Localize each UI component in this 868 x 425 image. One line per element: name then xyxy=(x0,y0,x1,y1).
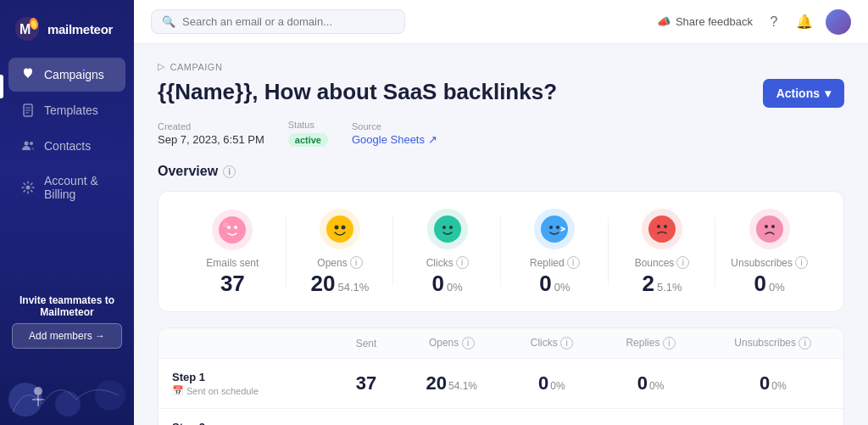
col-sent: Sent xyxy=(334,328,399,359)
emoji-svg-clicks xyxy=(432,214,463,244)
overview-title: Overview i xyxy=(158,164,844,179)
sidebar-item-account-billing[interactable]: Account & Billing xyxy=(8,165,125,210)
col-opens: Opens i xyxy=(398,328,504,359)
sidebar-item-contacts[interactable]: Contacts xyxy=(8,129,125,163)
svg-point-20 xyxy=(234,226,237,229)
opens-value: 20 54.1% xyxy=(311,272,370,294)
question-icon[interactable]: ? xyxy=(765,13,783,31)
search-icon: 🔍 xyxy=(162,15,175,28)
step1-sub: 📅 Sent on schedule xyxy=(172,385,320,396)
opens-emoji xyxy=(320,209,360,249)
svg-text:M: M xyxy=(19,22,31,36)
stat-replied: Replied i 0 0% xyxy=(501,209,609,294)
table-header-row: Sent Opens i Clicks i Replies i xyxy=(159,328,843,359)
rocket-icon xyxy=(20,67,36,82)
avatar[interactable] xyxy=(826,9,851,35)
step1-clicks-cell: 0 0% xyxy=(504,359,598,409)
stat-unsubscribes: Unsubscribes i 0 0% xyxy=(715,209,823,294)
svg-point-31 xyxy=(648,215,676,243)
svg-point-36 xyxy=(771,225,775,228)
sidebar-item-templates-label: Templates xyxy=(44,103,98,117)
svg-point-11 xyxy=(26,186,31,190)
search-input[interactable] xyxy=(182,15,394,28)
created-label: Created xyxy=(158,121,264,131)
clicks-value: 0 0% xyxy=(432,272,463,294)
illustration-svg xyxy=(0,357,134,425)
stat-opens: Opens i 20 54.1% xyxy=(287,209,394,294)
step2-name: Step 2 xyxy=(172,421,320,425)
replied-info-icon: i xyxy=(567,256,580,269)
unsubscribes-value: 0 0% xyxy=(754,272,785,294)
svg-point-19 xyxy=(227,226,231,229)
svg-point-32 xyxy=(657,225,660,228)
source-label: Source xyxy=(352,121,437,131)
sidebar-item-account-billing-label: Account & Billing xyxy=(44,174,114,201)
col-replies: Replies i xyxy=(599,328,703,359)
feedback-button[interactable]: 📣 Share feedback xyxy=(657,15,753,28)
active-indicator xyxy=(0,75,3,98)
replied-emoji xyxy=(534,209,575,249)
sidebar-nav: Campaigns Templates xyxy=(0,58,134,282)
step1-clicks-value: 0 0% xyxy=(518,372,585,394)
actions-label: Actions xyxy=(776,87,820,100)
stat-emails-sent: Emails sent 37 xyxy=(179,210,287,294)
add-members-button[interactable]: Add members → xyxy=(12,323,122,349)
stat-clicks: Clicks i 0 0% xyxy=(393,209,501,294)
replied-label: Replied i xyxy=(530,256,580,269)
step1-unsubs-cell: 0 0% xyxy=(703,359,843,409)
page-header: {{Name}}, How about SaaS backlinks? Acti… xyxy=(158,79,844,108)
emails-sent-value: 37 xyxy=(220,272,245,294)
unsubs-col-info-icon: i xyxy=(798,337,811,350)
actions-button[interactable]: Actions ▾ xyxy=(763,79,844,108)
users-icon xyxy=(20,138,36,154)
svg-point-24 xyxy=(342,226,346,230)
svg-point-21 xyxy=(223,222,228,227)
bounces-info-icon: i xyxy=(676,256,689,269)
step2-replies-cell: 0 0% xyxy=(599,409,703,426)
bounces-emoji xyxy=(642,209,682,249)
source-link[interactable]: Google Sheets ↗ xyxy=(352,133,437,146)
step1-opens-cell: 20 54.1% xyxy=(398,359,504,409)
svg-point-13 xyxy=(55,391,81,417)
overview-info-icon: i xyxy=(223,165,236,178)
overview-label: Overview xyxy=(158,164,218,179)
step1-replies-cell: 0 0% xyxy=(599,359,703,409)
svg-point-9 xyxy=(25,142,29,146)
breadcrumb: ▷ CAMPAIGN xyxy=(158,61,844,72)
feedback-label: Share feedback xyxy=(676,15,753,28)
step2-sent-cell: 0 xyxy=(334,409,399,426)
opens-label: Opens i xyxy=(317,256,362,269)
unsubscribes-info-icon: i xyxy=(795,256,808,269)
step1-unsubs-value: 0 0% xyxy=(716,372,830,394)
svg-point-14 xyxy=(95,380,125,411)
invite-title: Invite teammates to Mailmeteor xyxy=(12,294,122,318)
breadcrumb-label: CAMPAIGN xyxy=(170,62,223,72)
sidebar-item-contacts-label: Contacts xyxy=(44,139,91,153)
step1-name-cell: Step 1 📅 Sent on schedule xyxy=(159,359,334,409)
file-icon xyxy=(20,103,36,118)
sidebar-invite: Invite teammates to Mailmeteor Add membe… xyxy=(0,282,134,357)
step2-unsubs-cell: 0 0% xyxy=(703,409,843,426)
step1-opens-value: 20 54.1% xyxy=(412,372,491,394)
emoji-svg-replied xyxy=(539,214,570,244)
opens-col-info-icon: i xyxy=(462,337,475,350)
logo-text: mailmeteor xyxy=(47,22,113,36)
status-label: Status xyxy=(288,120,328,130)
search-box[interactable]: 🔍 xyxy=(151,9,405,34)
sidebar-item-campaigns[interactable]: Campaigns xyxy=(8,58,125,92)
sidebar-item-templates[interactable]: Templates xyxy=(8,93,125,127)
breadcrumb-arrow: ▷ xyxy=(158,61,165,72)
svg-point-27 xyxy=(449,226,453,229)
table-row: Step 1 📅 Sent on schedule 37 xyxy=(159,359,843,409)
stat-bounces: Bounces i 2 5.1% xyxy=(609,209,716,294)
replied-value: 0 0% xyxy=(539,272,570,294)
created-value: Sep 7, 2023, 6:51 PM xyxy=(158,133,264,146)
opens-info-icon: i xyxy=(350,256,363,269)
svg-point-15 xyxy=(34,387,42,395)
steps-card: Sent Opens i Clicks i Replies i xyxy=(158,327,844,425)
clicks-info-icon: i xyxy=(456,256,469,269)
bell-icon[interactable]: 🔔 xyxy=(795,13,814,31)
unsubscribes-emoji xyxy=(749,209,790,249)
clicks-label: Clicks i xyxy=(426,256,469,269)
clock-icon: 📅 xyxy=(172,385,184,396)
